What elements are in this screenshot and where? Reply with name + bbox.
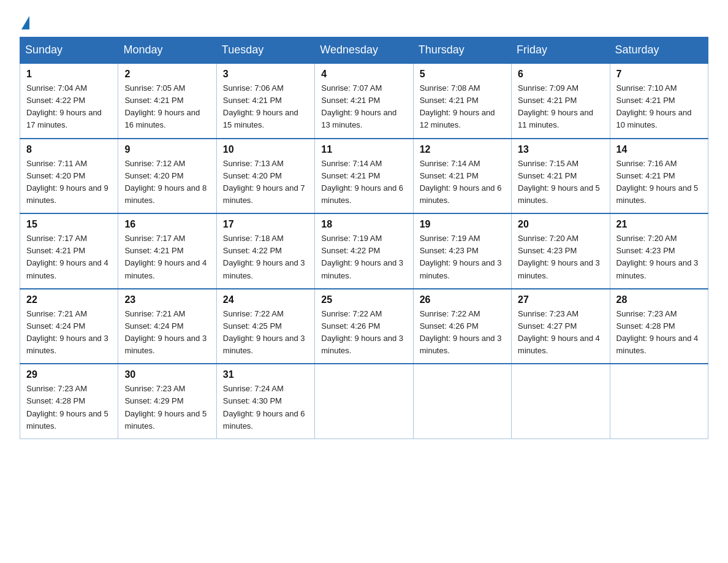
calendar-day-2: 2Sunrise: 7:05 AMSunset: 4:21 PMDaylight… — [118, 63, 216, 139]
calendar-day-27: 27Sunrise: 7:23 AMSunset: 4:27 PMDayligh… — [512, 289, 610, 364]
day-number: 4 — [321, 69, 406, 80]
day-info: Sunrise: 7:10 AMSunset: 4:21 PMDaylight:… — [616, 82, 702, 132]
day-number: 16 — [124, 219, 210, 230]
day-info: Sunrise: 7:22 AMSunset: 4:26 PMDaylight:… — [321, 308, 406, 358]
day-info: Sunrise: 7:14 AMSunset: 4:21 PMDaylight:… — [420, 158, 505, 207]
day-number: 18 — [321, 219, 406, 230]
calendar-day-7: 7Sunrise: 7:10 AMSunset: 4:21 PMDaylight… — [610, 63, 708, 139]
day-number: 17 — [223, 219, 308, 230]
calendar-day-11: 11Sunrise: 7:14 AMSunset: 4:21 PMDayligh… — [315, 139, 413, 214]
day-info: Sunrise: 7:06 AMSunset: 4:21 PMDaylight:… — [223, 82, 308, 132]
empty-cell — [512, 364, 610, 439]
day-info: Sunrise: 7:18 AMSunset: 4:22 PMDaylight:… — [223, 232, 308, 282]
day-info: Sunrise: 7:16 AMSunset: 4:21 PMDaylight:… — [616, 158, 702, 207]
day-info: Sunrise: 7:23 AMSunset: 4:29 PMDaylight:… — [124, 383, 210, 432]
logo-line1 — [20, 15, 29, 28]
calendar-day-18: 18Sunrise: 7:19 AMSunset: 4:22 PMDayligh… — [315, 213, 413, 289]
day-number: 26 — [420, 294, 505, 305]
calendar-day-12: 12Sunrise: 7:14 AMSunset: 4:21 PMDayligh… — [413, 139, 511, 214]
day-info: Sunrise: 7:12 AMSunset: 4:20 PMDaylight:… — [124, 158, 210, 207]
calendar-day-20: 20Sunrise: 7:20 AMSunset: 4:23 PMDayligh… — [512, 213, 610, 289]
week-row-1: 1Sunrise: 7:04 AMSunset: 4:22 PMDaylight… — [20, 63, 708, 139]
day-info: Sunrise: 7:17 AMSunset: 4:21 PMDaylight:… — [124, 232, 210, 282]
day-number: 22 — [26, 294, 112, 305]
calendar-header-thursday: Thursday — [413, 37, 511, 64]
day-number: 9 — [124, 144, 210, 155]
day-info: Sunrise: 7:07 AMSunset: 4:21 PMDaylight:… — [321, 82, 406, 132]
calendar-day-21: 21Sunrise: 7:20 AMSunset: 4:23 PMDayligh… — [610, 213, 708, 289]
day-number: 12 — [420, 144, 505, 155]
calendar-day-17: 17Sunrise: 7:18 AMSunset: 4:22 PMDayligh… — [216, 213, 314, 289]
week-row-5: 29Sunrise: 7:23 AMSunset: 4:28 PMDayligh… — [20, 364, 708, 439]
day-info: Sunrise: 7:19 AMSunset: 4:23 PMDaylight:… — [420, 232, 505, 282]
day-number: 24 — [223, 294, 308, 305]
day-number: 6 — [518, 69, 603, 80]
calendar-day-9: 9Sunrise: 7:12 AMSunset: 4:20 PMDaylight… — [118, 139, 216, 214]
calendar-header-tuesday: Tuesday — [216, 37, 314, 64]
empty-cell — [413, 364, 511, 439]
day-info: Sunrise: 7:20 AMSunset: 4:23 PMDaylight:… — [518, 232, 603, 282]
day-number: 29 — [26, 369, 112, 380]
calendar-day-8: 8Sunrise: 7:11 AMSunset: 4:20 PMDaylight… — [20, 139, 118, 214]
calendar-day-23: 23Sunrise: 7:21 AMSunset: 4:24 PMDayligh… — [118, 289, 216, 364]
day-number: 1 — [26, 69, 112, 80]
day-info: Sunrise: 7:09 AMSunset: 4:21 PMDaylight:… — [518, 82, 603, 132]
empty-cell — [610, 364, 708, 439]
day-info: Sunrise: 7:11 AMSunset: 4:20 PMDaylight:… — [26, 158, 112, 207]
calendar-header-saturday: Saturday — [610, 37, 708, 64]
day-number: 23 — [124, 294, 210, 305]
calendar-day-19: 19Sunrise: 7:19 AMSunset: 4:23 PMDayligh… — [413, 213, 511, 289]
day-number: 20 — [518, 219, 603, 230]
day-info: Sunrise: 7:19 AMSunset: 4:22 PMDaylight:… — [321, 232, 406, 282]
logo — [20, 15, 29, 26]
calendar-header-sunday: Sunday — [20, 37, 118, 64]
day-info: Sunrise: 7:20 AMSunset: 4:23 PMDaylight:… — [616, 232, 702, 282]
day-number: 11 — [321, 144, 406, 155]
week-row-3: 15Sunrise: 7:17 AMSunset: 4:21 PMDayligh… — [20, 213, 708, 289]
day-info: Sunrise: 7:15 AMSunset: 4:21 PMDaylight:… — [518, 158, 603, 207]
calendar-day-14: 14Sunrise: 7:16 AMSunset: 4:21 PMDayligh… — [610, 139, 708, 214]
day-number: 10 — [223, 144, 308, 155]
calendar-day-10: 10Sunrise: 7:13 AMSunset: 4:20 PMDayligh… — [216, 139, 314, 214]
day-number: 14 — [616, 144, 702, 155]
calendar-header-monday: Monday — [118, 37, 216, 64]
day-number: 3 — [223, 69, 308, 80]
calendar-day-16: 16Sunrise: 7:17 AMSunset: 4:21 PMDayligh… — [118, 213, 216, 289]
day-info: Sunrise: 7:22 AMSunset: 4:25 PMDaylight:… — [223, 308, 308, 358]
calendar-header-wednesday: Wednesday — [315, 37, 413, 64]
day-number: 30 — [124, 369, 210, 380]
day-number: 2 — [124, 69, 210, 80]
logo-triangle-icon — [21, 16, 29, 29]
calendar-day-6: 6Sunrise: 7:09 AMSunset: 4:21 PMDaylight… — [512, 63, 610, 139]
day-info: Sunrise: 7:17 AMSunset: 4:21 PMDaylight:… — [26, 232, 112, 282]
calendar-day-15: 15Sunrise: 7:17 AMSunset: 4:21 PMDayligh… — [20, 213, 118, 289]
day-number: 27 — [518, 294, 603, 305]
day-info: Sunrise: 7:21 AMSunset: 4:24 PMDaylight:… — [26, 308, 112, 358]
day-info: Sunrise: 7:23 AMSunset: 4:28 PMDaylight:… — [616, 308, 702, 358]
day-number: 31 — [223, 369, 308, 380]
day-info: Sunrise: 7:21 AMSunset: 4:24 PMDaylight:… — [124, 308, 210, 358]
day-info: Sunrise: 7:05 AMSunset: 4:21 PMDaylight:… — [124, 82, 210, 132]
day-info: Sunrise: 7:23 AMSunset: 4:28 PMDaylight:… — [26, 383, 112, 432]
day-number: 19 — [420, 219, 505, 230]
day-info: Sunrise: 7:04 AMSunset: 4:22 PMDaylight:… — [26, 82, 112, 132]
calendar-day-31: 31Sunrise: 7:24 AMSunset: 4:30 PMDayligh… — [216, 364, 314, 439]
calendar-header-row: SundayMondayTuesdayWednesdayThursdayFrid… — [20, 37, 708, 64]
day-number: 21 — [616, 219, 702, 230]
day-info: Sunrise: 7:08 AMSunset: 4:21 PMDaylight:… — [420, 82, 505, 132]
week-row-4: 22Sunrise: 7:21 AMSunset: 4:24 PMDayligh… — [20, 289, 708, 364]
page-header — [20, 15, 708, 26]
calendar-day-1: 1Sunrise: 7:04 AMSunset: 4:22 PMDaylight… — [20, 63, 118, 139]
calendar-day-13: 13Sunrise: 7:15 AMSunset: 4:21 PMDayligh… — [512, 139, 610, 214]
day-info: Sunrise: 7:14 AMSunset: 4:21 PMDaylight:… — [321, 158, 406, 207]
calendar-day-22: 22Sunrise: 7:21 AMSunset: 4:24 PMDayligh… — [20, 289, 118, 364]
calendar-day-24: 24Sunrise: 7:22 AMSunset: 4:25 PMDayligh… — [216, 289, 314, 364]
calendar-table: SundayMondayTuesdayWednesdayThursdayFrid… — [20, 37, 708, 439]
calendar-day-25: 25Sunrise: 7:22 AMSunset: 4:26 PMDayligh… — [315, 289, 413, 364]
day-number: 28 — [616, 294, 702, 305]
day-info: Sunrise: 7:13 AMSunset: 4:20 PMDaylight:… — [223, 158, 308, 207]
day-info: Sunrise: 7:23 AMSunset: 4:27 PMDaylight:… — [518, 308, 603, 358]
week-row-2: 8Sunrise: 7:11 AMSunset: 4:20 PMDaylight… — [20, 139, 708, 214]
day-number: 13 — [518, 144, 603, 155]
day-number: 5 — [420, 69, 505, 80]
